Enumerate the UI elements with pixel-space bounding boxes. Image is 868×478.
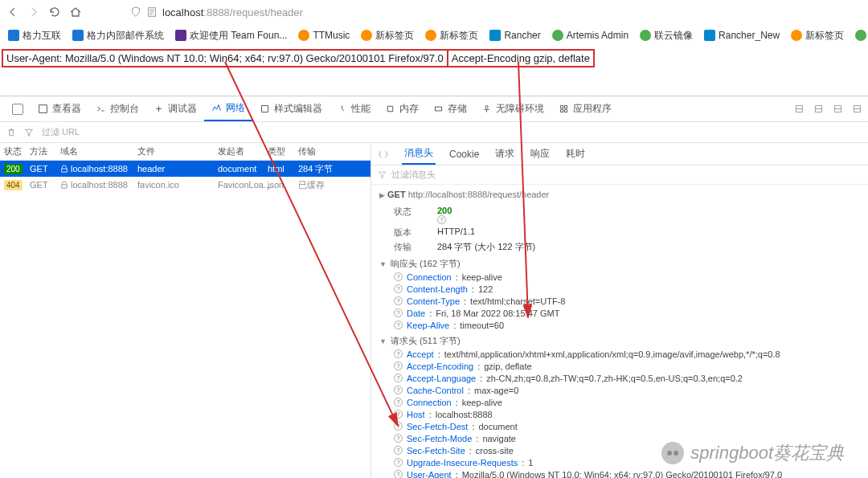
help-icon[interactable]: ? [394,410,403,419]
help-icon[interactable]: ? [394,321,403,329]
help-icon[interactable]: ? [394,446,403,455]
lock-icon [60,181,68,189]
help-icon[interactable]: ? [394,349,403,358]
cell-method: GET [26,164,56,174]
panel-dock-icon[interactable] [812,103,825,116]
devtools-tab[interactable]: 控制台 [88,96,146,121]
back-icon[interactable] [6,6,19,18]
col-method[interactable]: 方法 [26,145,56,157]
col-initiator[interactable]: 发起者 [214,145,264,157]
header-row: ?Connection: keep-alive [394,398,860,407]
devtools-tab[interactable]: 内存 [378,96,426,121]
request-table: 状态 方法 域名 文件 发起者 类型 传输 200GETlocalhost:88… [0,143,371,478]
help-icon[interactable]: ? [394,398,403,407]
help-icon[interactable]: ? [394,374,403,382]
bookmark-item[interactable]: 新标签页 [425,29,478,43]
inspector-picker-icon[interactable] [5,96,31,121]
devtools-tab[interactable]: 应用程序 [551,96,619,121]
home-icon[interactable] [69,6,82,18]
header-filter[interactable]: 过滤消息头 [371,165,868,185]
col-type[interactable]: 类型 [264,145,294,157]
help-icon[interactable]: ? [394,422,403,431]
help-icon[interactable]: ? [394,434,403,443]
devtools-tab[interactable]: 样式编辑器 [252,96,330,121]
header-row: ?Accept-Language: zh-CN,zh;q=0.8,zh-TW;q… [394,374,860,383]
devtools-tab[interactable]: 查看器 [31,96,88,121]
forward-icon[interactable] [27,6,40,18]
panel-settings-icon[interactable] [792,103,805,116]
col-domain[interactable]: 域名 [56,145,133,157]
bookmark-item[interactable]: 欢迎使用 Team Foun... [175,29,287,43]
tab-label: 网络 [226,101,245,115]
tab-icon [154,104,164,114]
help-icon[interactable]: ? [394,308,403,317]
detail-tab[interactable]: 请求 [493,143,517,165]
devtools-tab[interactable]: 无障碍环境 [474,96,551,121]
tab-icon [481,104,492,114]
bookmark-item[interactable]: 新标签页 [361,29,414,43]
bookmark-item[interactable]: 格力互联 [8,29,61,43]
bookmark-item[interactable]: TTMusic [298,30,350,41]
filter-icon[interactable] [24,128,34,137]
bookmark-item[interactable]: Rancher [489,30,540,41]
devtools-filter-bar: 过滤 URL [0,122,868,143]
devtools-tab[interactable]: 调试器 [146,96,204,121]
cell-transfer: 284 字节 [294,163,341,175]
bookmark-item[interactable]: 联云镜像 [640,29,693,43]
cell-type: json [264,180,294,190]
tab-icon [260,104,270,114]
bookmark-item[interactable]: BigDataapi接口文档 [855,29,868,43]
trash-icon[interactable] [6,128,16,137]
bookmark-label: 格力互联 [23,29,61,43]
favicon-icon [552,30,563,41]
favicon-icon [175,30,186,41]
bookmark-item[interactable]: Rancher_New [704,30,780,41]
help-icon[interactable]: ? [394,296,403,305]
detail-tab[interactable]: 消息头 [402,143,436,165]
toggle-raw-icon[interactable] [376,143,391,165]
header-row: ?Accept-Encoding: gzip, deflate [394,362,860,371]
reload-icon[interactable] [48,6,61,18]
header-row: ?Sec-Fetch-Dest: document [394,422,860,431]
help-icon[interactable]: ? [394,284,403,293]
details-tabs: 消息头Cookie请求响应耗时 [371,143,868,165]
col-file[interactable]: 文件 [133,145,214,157]
col-status[interactable]: 状态 [0,145,26,157]
bookmark-item[interactable]: 新标签页 [791,29,844,43]
panel-close-icon[interactable] [850,103,863,116]
tab-label: 内存 [399,102,419,116]
status-badge: 404 [4,180,23,190]
tab-label: 查看器 [52,102,81,116]
tab-icon [385,104,395,114]
tab-label: 性能 [351,102,371,116]
tab-label: 存储 [448,102,467,116]
table-row[interactable]: 404GETlocalhost:8888favicon.icoFaviconLo… [0,177,371,193]
help-icon[interactable]: ? [394,386,403,394]
header-row: ?Content-Length: 122 [394,284,860,294]
panel-more-icon[interactable] [831,103,844,116]
detail-tab[interactable]: 耗时 [563,143,588,165]
help-icon[interactable]: ? [394,362,403,370]
request-headers-section[interactable]: ▼ 请求头 (511 字节) [379,335,860,347]
watermark: springboot葵花宝典 [661,441,844,465]
detail-tab[interactable]: Cookie [447,143,481,165]
devtools-tab[interactable]: 网络 [204,96,252,121]
help-icon[interactable]: ? [394,470,403,478]
devtools-tab[interactable]: 性能 [330,96,378,121]
tab-label: 控制台 [110,102,139,116]
bookmark-item[interactable]: 格力内部邮件系统 [72,29,164,43]
help-icon[interactable]: ? [394,458,403,467]
help-icon[interactable]: ? [394,272,403,281]
response-headers-section[interactable]: ▼ 响应头 (162 字节) [379,258,860,270]
detail-tab[interactable]: 响应 [528,143,552,165]
bookmarks-bar: 格力互联格力内部邮件系统欢迎使用 Team Foun...TTMusic新标签页… [0,24,868,47]
url-bar[interactable]: localhost:8888/request/header [130,6,862,18]
devtools-tab[interactable]: 存储 [426,96,474,121]
col-transfer[interactable]: 传输 [294,145,341,157]
help-icon[interactable]: ? [437,215,446,224]
table-row[interactable]: 200GETlocalhost:8888headerdocumenthtml28… [0,161,371,177]
filter-icon [378,170,387,179]
bookmark-item[interactable]: Artemis Admin [552,30,628,41]
url-filter-input[interactable]: 过滤 URL [42,126,387,138]
bookmark-label: 格力内部邮件系统 [87,29,164,43]
